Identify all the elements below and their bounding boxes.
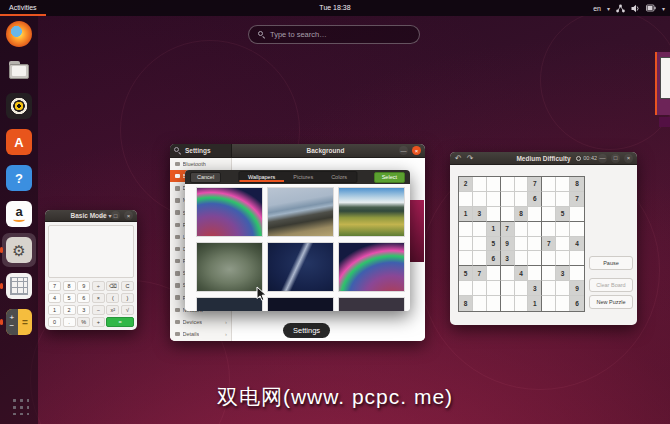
sudoku-cell-r2c3[interactable]: [487, 192, 501, 207]
dock-item-amazon[interactable]: a: [5, 200, 33, 228]
calc-key-÷[interactable]: ÷: [92, 281, 105, 291]
sudoku-cell-r8c1[interactable]: [459, 281, 473, 296]
sudoku-cell-r1c1[interactable]: 2: [459, 177, 473, 192]
calc-key-√[interactable]: √: [121, 305, 134, 315]
sudoku-cell-r1c9[interactable]: 8: [570, 177, 584, 192]
sudoku-cell-r5c7[interactable]: 7: [542, 237, 556, 252]
sudoku-cell-r5c2[interactable]: [473, 237, 487, 252]
close-button[interactable]: ×: [412, 146, 421, 155]
dock-item-help[interactable]: ?: [5, 164, 33, 192]
dock-item-settings[interactable]: ⚙: [5, 236, 33, 264]
select-button[interactable]: Select: [374, 172, 405, 183]
calc-key-9[interactable]: 9: [77, 281, 90, 291]
search-input[interactable]: Type to search…: [248, 25, 420, 44]
sudoku-cell-r6c1[interactable]: [459, 251, 473, 266]
sudoku-cell-r6c4[interactable]: 3: [501, 251, 515, 266]
workspace-thumbnail-next[interactable]: [659, 117, 670, 127]
sudoku-cell-r1c2[interactable]: [473, 177, 487, 192]
wallpaper-thumbnail-green-valley[interactable]: [339, 188, 404, 236]
sudoku-window[interactable]: ↶ ↷ Medium Difficulty 00:42 —□× 27867138…: [450, 152, 637, 325]
sudoku-cell-r2c5[interactable]: [515, 192, 529, 207]
sudoku-cell-r8c9[interactable]: 9: [570, 281, 584, 296]
sudoku-cell-r1c4[interactable]: [501, 177, 515, 192]
sudoku-cell-r5c6[interactable]: [528, 237, 542, 252]
sudoku-cell-r4c6[interactable]: [528, 222, 542, 237]
sudoku-cell-r4c1[interactable]: [459, 222, 473, 237]
calc-key-×[interactable]: ×: [92, 293, 105, 303]
sudoku-cell-r9c3[interactable]: [487, 296, 501, 311]
calc-key-6[interactable]: 6: [77, 293, 90, 303]
sudoku-cell-r4c7[interactable]: [542, 222, 556, 237]
sudoku-cell-r4c5[interactable]: [515, 222, 529, 237]
dock-item-rhythmbox[interactable]: [5, 92, 33, 120]
sudoku-cell-r4c4[interactable]: 7: [501, 222, 515, 237]
wallpaper-thumbnail-deep-sea-dark[interactable]: [268, 243, 333, 291]
sudoku-cell-r2c4[interactable]: [501, 192, 515, 207]
sudoku-cell-r8c2[interactable]: [473, 281, 487, 296]
calc-key-=[interactable]: =: [106, 317, 134, 327]
pause-button[interactable]: Pause: [589, 256, 633, 270]
calc-key-0[interactable]: 0: [48, 317, 61, 327]
sudoku-cell-r1c3[interactable]: [487, 177, 501, 192]
cancel-button[interactable]: Cancel: [190, 172, 221, 183]
sudoku-cell-r7c1[interactable]: 5: [459, 266, 473, 281]
sidebar-item-devices[interactable]: Devices›: [170, 316, 231, 328]
calc-key-5[interactable]: 5: [63, 293, 76, 303]
sudoku-cell-r6c8[interactable]: [556, 251, 570, 266]
calc-key-7[interactable]: 7: [48, 281, 61, 291]
sudoku-cell-r9c2[interactable]: [473, 296, 487, 311]
sudoku-cell-r9c6[interactable]: 1: [528, 296, 542, 311]
sudoku-board[interactable]: 27867138517597463574339816: [458, 176, 585, 312]
sudoku-cell-r3c6[interactable]: [528, 207, 542, 222]
sudoku-cell-r1c8[interactable]: [556, 177, 570, 192]
sudoku-cell-r4c3[interactable]: 1: [487, 222, 501, 237]
sudoku-cell-r7c7[interactable]: [542, 266, 556, 281]
close-button[interactable]: ×: [624, 154, 633, 163]
calc-key-3[interactable]: 3: [77, 305, 90, 315]
dock-item-sudoku[interactable]: [5, 272, 33, 300]
sudoku-cell-r3c5[interactable]: 8: [515, 207, 529, 222]
sudoku-cell-r6c3[interactable]: 6: [487, 251, 501, 266]
maximize-button[interactable]: □: [111, 211, 120, 220]
sudoku-cell-r8c5[interactable]: [515, 281, 529, 296]
system-tray[interactable]: en ▾ ▾: [593, 0, 665, 16]
sudoku-cell-r4c9[interactable]: [570, 222, 584, 237]
minimize-button[interactable]: —: [399, 146, 408, 155]
calc-key-+[interactable]: +: [92, 317, 105, 327]
sidebar-item-details[interactable]: Details›: [170, 328, 231, 340]
sudoku-cell-r9c7[interactable]: [542, 296, 556, 311]
calculator-window-controls[interactable]: —□×: [98, 210, 133, 221]
redo-icon[interactable]: ↷: [467, 154, 474, 163]
clock[interactable]: Tue 18:38: [319, 0, 350, 16]
sudoku-cell-r3c7[interactable]: [542, 207, 556, 222]
sudoku-cell-r7c9[interactable]: [570, 266, 584, 281]
wallpaper-thumbnail-partial[interactable]: [197, 298, 262, 311]
sudoku-cell-r8c7[interactable]: [542, 281, 556, 296]
calc-key-.[interactable]: .: [63, 317, 76, 327]
calc-key-([interactable]: (: [106, 293, 119, 303]
sudoku-cell-r6c2[interactable]: [473, 251, 487, 266]
sudoku-cell-r7c6[interactable]: [528, 266, 542, 281]
wallpaper-thumbnail-disc-macro-checker[interactable]: [197, 188, 262, 236]
dock-item-files[interactable]: [5, 56, 33, 84]
sudoku-cell-r5c8[interactable]: [556, 237, 570, 252]
sudoku-cell-r2c8[interactable]: [556, 192, 570, 207]
sudoku-cell-r8c6[interactable]: 3: [528, 281, 542, 296]
sudoku-cell-r3c8[interactable]: 5: [556, 207, 570, 222]
dock-item-calculator[interactable]: +−=: [5, 308, 33, 336]
dock-item-software[interactable]: A: [5, 128, 33, 156]
sudoku-cell-r7c5[interactable]: 4: [515, 266, 529, 281]
sudoku-cell-r2c6[interactable]: 6: [528, 192, 542, 207]
wallpaper-thumbnail-disc-macro-rainbow[interactable]: [339, 243, 404, 291]
calculator-headerbar[interactable]: Basic Mode ▾ —□×: [45, 210, 137, 222]
sudoku-cell-r1c7[interactable]: [542, 177, 556, 192]
sudoku-cell-r7c2[interactable]: 7: [473, 266, 487, 281]
sudoku-cell-r2c1[interactable]: [459, 192, 473, 207]
sudoku-cell-r2c2[interactable]: [473, 192, 487, 207]
calc-key-2[interactable]: 2: [63, 305, 76, 315]
sudoku-cell-r6c9[interactable]: [570, 251, 584, 266]
sudoku-cell-r6c6[interactable]: [528, 251, 542, 266]
sudoku-cell-r3c2[interactable]: 3: [473, 207, 487, 222]
calc-key-−[interactable]: −: [92, 305, 105, 315]
sudoku-cell-r9c8[interactable]: [556, 296, 570, 311]
